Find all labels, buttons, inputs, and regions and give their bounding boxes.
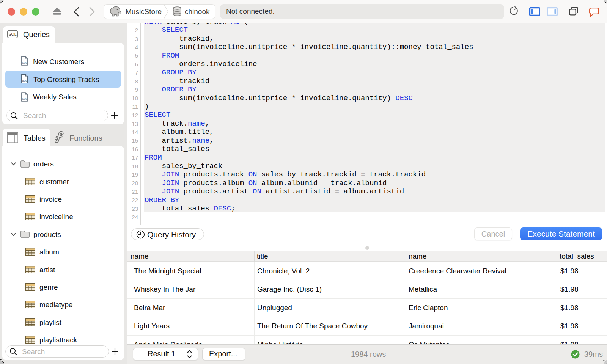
svg-text:SQL: SQL xyxy=(22,79,27,82)
svg-text:SQL: SQL xyxy=(22,97,27,100)
svg-text:SQL: SQL xyxy=(22,61,27,64)
